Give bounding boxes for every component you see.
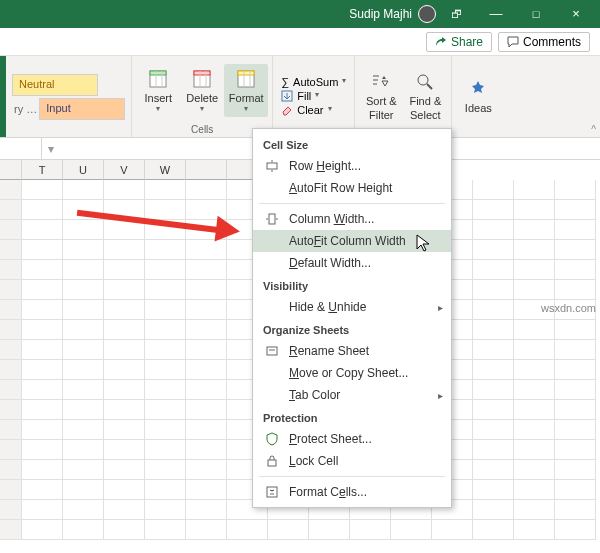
row-header[interactable] (0, 420, 22, 440)
cell[interactable] (104, 500, 145, 520)
cell[interactable] (514, 380, 555, 400)
cell[interactable] (555, 480, 596, 500)
name-box-dropdown[interactable]: ▾ (42, 142, 60, 156)
cell[interactable] (514, 280, 555, 300)
cell[interactable] (473, 360, 514, 380)
cell[interactable] (22, 480, 63, 500)
cell[interactable] (514, 460, 555, 480)
cell[interactable] (22, 460, 63, 480)
name-box[interactable] (0, 138, 42, 159)
cell[interactable] (104, 420, 145, 440)
cell[interactable] (104, 400, 145, 420)
cell[interactable] (186, 380, 227, 400)
cell[interactable] (186, 360, 227, 380)
cell[interactable] (473, 320, 514, 340)
row-header[interactable] (0, 460, 22, 480)
cell[interactable] (104, 440, 145, 460)
column-header[interactable]: T (22, 160, 63, 180)
column-header[interactable]: V (104, 160, 145, 180)
cell[interactable] (63, 460, 104, 480)
cell[interactable] (473, 300, 514, 320)
cell[interactable] (22, 300, 63, 320)
cell[interactable] (22, 260, 63, 280)
cell[interactable] (555, 420, 596, 440)
cell[interactable] (104, 260, 145, 280)
cell[interactable] (473, 280, 514, 300)
cell[interactable] (145, 420, 186, 440)
cell[interactable] (186, 260, 227, 280)
menu-protect-sheet[interactable]: Protect Sheet... (253, 428, 451, 450)
menu-rename-sheet[interactable]: Rename Sheet (253, 340, 451, 362)
cell[interactable] (104, 300, 145, 320)
cell[interactable] (104, 460, 145, 480)
cell[interactable] (63, 480, 104, 500)
cell[interactable] (22, 340, 63, 360)
cell[interactable] (555, 460, 596, 480)
cell[interactable] (145, 340, 186, 360)
cell[interactable] (186, 320, 227, 340)
cell[interactable] (63, 420, 104, 440)
cell[interactable] (22, 420, 63, 440)
cell[interactable] (227, 520, 268, 540)
cell[interactable] (473, 420, 514, 440)
cell[interactable] (22, 440, 63, 460)
cell[interactable] (555, 280, 596, 300)
cell[interactable] (22, 180, 63, 200)
cell[interactable] (104, 340, 145, 360)
fill-button[interactable]: Fill ▾ (281, 90, 346, 102)
ribbon-display-icon[interactable]: 🗗 (436, 0, 476, 28)
cell[interactable] (473, 400, 514, 420)
row-header[interactable] (0, 440, 22, 460)
cell[interactable] (104, 480, 145, 500)
cell[interactable] (514, 320, 555, 340)
cell[interactable] (145, 300, 186, 320)
delete-button[interactable]: Delete ▾ (180, 64, 224, 117)
menu-tab-color[interactable]: Tab Color ▸ (253, 384, 451, 406)
cell[interactable] (432, 520, 473, 540)
cell[interactable] (473, 200, 514, 220)
clear-button[interactable]: Clear ▾ (281, 104, 346, 116)
cell[interactable] (514, 500, 555, 520)
cell[interactable] (473, 500, 514, 520)
row-header[interactable] (0, 280, 22, 300)
autosum-button[interactable]: ∑ AutoSum ▾ (281, 76, 346, 88)
cell[interactable] (104, 520, 145, 540)
user-label[interactable]: Sudip Majhi (349, 5, 436, 23)
column-header[interactable]: W (145, 160, 186, 180)
find-select-button[interactable]: Find & Select (403, 67, 447, 125)
menu-move-copy[interactable]: Move or Copy Sheet... (253, 362, 451, 384)
share-button[interactable]: Share (426, 32, 492, 52)
cell[interactable] (186, 420, 227, 440)
cell[interactable] (514, 240, 555, 260)
ribbon-collapse-icon[interactable]: ^ (591, 124, 596, 135)
cell[interactable] (350, 520, 391, 540)
cell[interactable] (145, 400, 186, 420)
cell[interactable] (145, 360, 186, 380)
cell[interactable] (473, 460, 514, 480)
insert-button[interactable]: Insert ▾ (136, 64, 180, 117)
cell[interactable] (473, 240, 514, 260)
cell[interactable] (63, 300, 104, 320)
menu-hide-unhide[interactable]: Hide & Unhide ▸ (253, 296, 451, 318)
cell[interactable] (186, 500, 227, 520)
cell[interactable] (145, 180, 186, 200)
cell[interactable] (555, 200, 596, 220)
cell[interactable] (186, 180, 227, 200)
row-header[interactable] (0, 220, 22, 240)
cell[interactable] (473, 340, 514, 360)
close-button[interactable]: × (556, 0, 596, 28)
cell[interactable] (309, 520, 350, 540)
cell[interactable] (63, 440, 104, 460)
cell-styles-group[interactable]: Neutral ry … Input (6, 56, 131, 137)
cell[interactable] (63, 360, 104, 380)
cell[interactable] (186, 460, 227, 480)
cell[interactable] (186, 480, 227, 500)
column-header[interactable]: U (63, 160, 104, 180)
cell[interactable] (63, 340, 104, 360)
cell[interactable] (555, 520, 596, 540)
cell[interactable] (555, 260, 596, 280)
cell[interactable] (145, 480, 186, 500)
cell[interactable] (555, 180, 596, 200)
cell[interactable] (514, 360, 555, 380)
row-header[interactable] (0, 180, 22, 200)
